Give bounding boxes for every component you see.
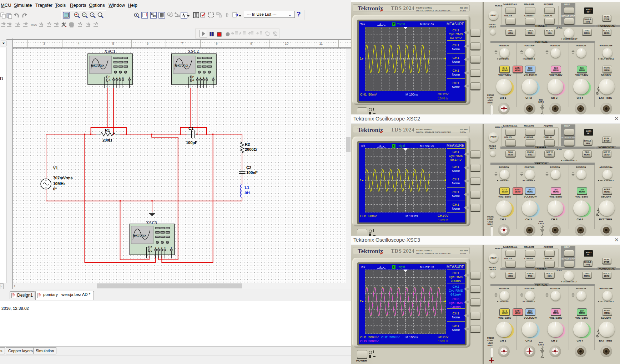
svg-text:200Ω: 200Ω (102, 138, 112, 142)
svg-text:▫: ▫ (91, 13, 92, 16)
svg-text:0°: 0° (53, 187, 57, 191)
svg-text:C1: C1 (188, 126, 193, 130)
svg-text:100nF: 100nF (246, 170, 258, 175)
svg-text:L1: L1 (245, 185, 249, 190)
svg-text:10MHz: 10MHz (53, 181, 66, 186)
svg-text:+: + (75, 13, 77, 16)
svg-text:−: − (83, 13, 85, 16)
svg-text:ADU: ADU (70, 22, 73, 24)
svg-text:707mVrms: 707mVrms (53, 176, 73, 180)
svg-text:2000Ω: 2000Ω (245, 147, 257, 152)
svg-text:0H: 0H (245, 191, 250, 195)
svg-text:V1: V1 (53, 166, 58, 170)
svg-text:100pF: 100pF (186, 140, 197, 145)
svg-text:R2: R2 (245, 142, 250, 147)
svg-text:MISC: MISC (31, 24, 37, 26)
svg-text:R1: R1 (105, 128, 110, 132)
svg-text:XSC1: XSC1 (104, 49, 115, 54)
svg-text:XSC3: XSC3 (146, 220, 157, 225)
svg-text:C2: C2 (246, 165, 251, 170)
svg-text:XSC2: XSC2 (188, 49, 199, 54)
